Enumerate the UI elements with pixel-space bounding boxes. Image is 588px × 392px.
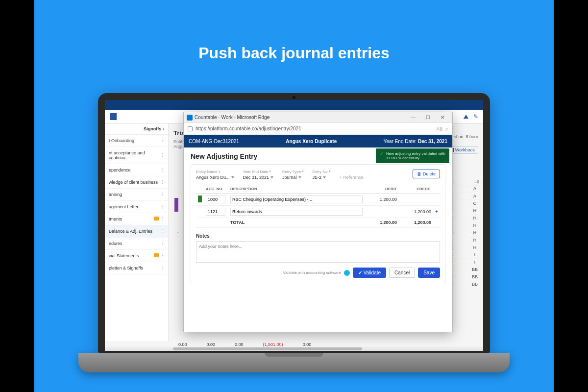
account-input[interactable] bbox=[206, 208, 225, 216]
chevron-down-icon bbox=[270, 176, 273, 178]
sidebar-item[interactable]: wledge of client business⋮ bbox=[105, 176, 168, 189]
trash-icon: 🗑 bbox=[417, 172, 421, 176]
entry-type-label: Entry Type * bbox=[282, 170, 303, 174]
sidebar-item[interactable]: ependence⋮ bbox=[105, 164, 168, 176]
journal-lines-table: ACC. NO DESCRIPTION DEBIT CREDIT bbox=[196, 185, 440, 227]
sidebar-item[interactable]: cial Statements⋮ bbox=[105, 250, 168, 262]
sidebar-item[interactable]: anning⋮ bbox=[105, 189, 168, 201]
validate-label: Validate with accounting software bbox=[283, 270, 341, 275]
maximize-button[interactable]: ☐ bbox=[421, 113, 435, 122]
entity-name-label: Entity Name 1 bbox=[196, 170, 234, 174]
laptop-mockup: ✎ Signoffs› t Onboarding⋮ nt acceptance … bbox=[98, 93, 490, 372]
search-icon[interactable]: ⌕ bbox=[445, 126, 448, 131]
description-input[interactable] bbox=[230, 208, 363, 216]
save-button[interactable]: Save bbox=[418, 268, 440, 278]
minimize-button[interactable]: — bbox=[406, 113, 420, 122]
address-bar[interactable]: https://platform.countable.co/adjustinge… bbox=[184, 123, 452, 135]
sidebar-item[interactable]: nt acceptance and continua...⋮ bbox=[105, 147, 168, 164]
edge-window: Countable - Work - Microsoft Edge — ☐ ✕ … bbox=[183, 112, 453, 332]
edge-icon bbox=[187, 115, 193, 121]
xero-icon bbox=[344, 270, 350, 276]
validate-button[interactable]: ✔Validate bbox=[353, 268, 386, 278]
sidebar-item-active[interactable]: Balance & Adj. Entries⋮ bbox=[105, 225, 168, 238]
chevron-right-icon: › bbox=[163, 127, 164, 131]
notes-label: Notes bbox=[196, 233, 440, 239]
plus-icon: + bbox=[339, 175, 342, 180]
sidebar-item[interactable]: agement Letter⋮ bbox=[105, 201, 168, 213]
notes-textarea[interactable] bbox=[196, 241, 440, 263]
debit-cell: 1,200.00 bbox=[365, 194, 399, 206]
chevron-down-icon bbox=[298, 176, 301, 178]
edit-icon[interactable]: ✎ bbox=[473, 113, 478, 120]
close-button[interactable]: ✕ bbox=[436, 113, 449, 122]
credit-cell: 1,200.00 bbox=[399, 206, 433, 218]
url-text: https://platform.countable.co/adjustinge… bbox=[196, 126, 434, 131]
row-handle-icon[interactable] bbox=[198, 196, 202, 202]
add-reference-button[interactable]: +Reference bbox=[339, 175, 364, 180]
warning-icon[interactable] bbox=[464, 115, 468, 119]
success-toast: ✓ New adjusting entry validated with XER… bbox=[376, 148, 449, 163]
entity-banner: COM-ANG-Dec312021 Angus Xero Duplicate Y… bbox=[184, 135, 452, 147]
credit-cell bbox=[399, 194, 433, 206]
debit-cell bbox=[365, 206, 399, 218]
row-tag bbox=[174, 198, 178, 212]
row-menu-icon[interactable]: ⋮ bbox=[175, 231, 180, 237]
chevron-down-icon bbox=[323, 176, 326, 178]
sidebar-item[interactable]: tments⋮ bbox=[105, 213, 168, 225]
sidebar: Signoffs› t Onboarding⋮ nt acceptance an… bbox=[105, 123, 169, 341]
chevron-down-icon bbox=[231, 176, 234, 178]
entry-type-select[interactable]: Journal bbox=[282, 175, 303, 180]
folder-icon bbox=[154, 253, 159, 257]
entity-select[interactable]: Angus Xero Du... bbox=[196, 175, 234, 180]
check-icon: ✔ bbox=[358, 270, 362, 275]
horizontal-scrollbar[interactable] bbox=[105, 347, 483, 351]
sidebar-item[interactable]: edures⋮ bbox=[105, 238, 168, 250]
total-row: TOTAL 1,200.00 1,200.00 bbox=[196, 218, 440, 227]
sidebar-signoffs[interactable]: Signoffs› bbox=[105, 123, 168, 135]
description-input[interactable] bbox=[230, 196, 363, 203]
page-headline: Push back journal entries bbox=[34, 44, 554, 62]
check-icon: ✓ bbox=[380, 151, 384, 156]
year-end-select[interactable]: Dec 31, 2021 bbox=[243, 175, 274, 180]
app-topbar bbox=[105, 100, 483, 110]
year-end-label: Year End Date * bbox=[243, 170, 274, 174]
sidebar-item[interactable]: pletion & Signoffs⋮ bbox=[105, 262, 168, 274]
laptop-base bbox=[78, 353, 510, 372]
window-titlebar[interactable]: Countable - Work - Microsoft Edge — ☐ ✕ bbox=[184, 112, 452, 123]
account-input[interactable] bbox=[206, 196, 225, 203]
footer-totals: 0.00 0.00 0.00 (1,501.00) 0.00 bbox=[178, 342, 478, 347]
read-aloud-icon[interactable]: A)) bbox=[437, 126, 442, 131]
table-row[interactable]: 1,200.00 + bbox=[196, 206, 440, 218]
app-logo-icon bbox=[110, 113, 117, 120]
entry-no-select[interactable]: JE-2 bbox=[313, 175, 330, 180]
sidebar-item[interactable]: t Onboarding⋮ bbox=[105, 135, 168, 147]
delete-button[interactable]: 🗑Delete bbox=[413, 170, 440, 178]
folder-icon bbox=[154, 217, 159, 220]
entry-no-label: Entry No * bbox=[313, 170, 330, 174]
camera-dot bbox=[293, 96, 295, 99]
cancel-button[interactable]: Cancel bbox=[389, 268, 415, 278]
table-row[interactable]: 1,200.00 bbox=[196, 194, 440, 206]
lock-icon bbox=[188, 126, 193, 131]
add-line-button[interactable]: + bbox=[433, 206, 440, 218]
